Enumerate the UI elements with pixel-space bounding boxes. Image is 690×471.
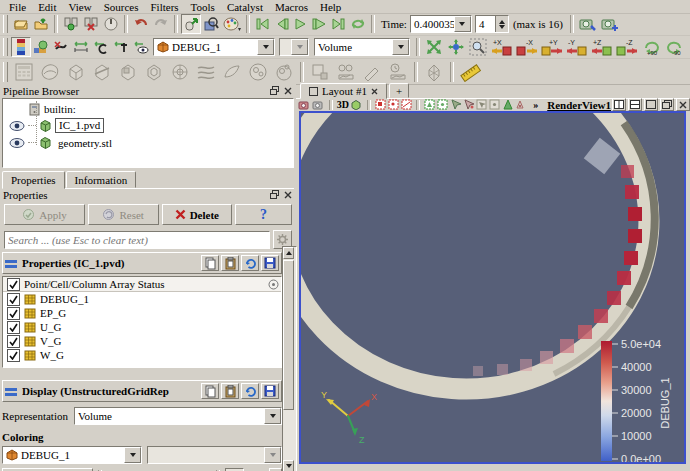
warp-filter-button[interactable] [219, 60, 245, 83]
select-polygon-cells-icon[interactable] [424, 99, 436, 110]
array-row-ug[interactable]: U_G [3, 320, 281, 334]
new-layout-tab[interactable]: + [389, 83, 409, 98]
combo-arrow-icon[interactable] [392, 39, 409, 55]
loop-button[interactable] [348, 14, 368, 34]
redo-button[interactable] [151, 14, 171, 34]
stream-tracer-filter-button[interactable] [193, 60, 219, 83]
combo-arrow-icon[interactable] [257, 39, 274, 55]
zoom-to-box-button[interactable] [467, 37, 489, 57]
clip-filter-button[interactable] [63, 60, 89, 83]
copy-properties-button[interactable] [201, 255, 219, 271]
color-component-combo[interactable] [279, 38, 309, 56]
array-status-header-row[interactable]: Point/Cell/Column Array Status [3, 277, 281, 292]
set-view-minus-z-button[interactable]: -Z [614, 37, 639, 57]
first-frame-button[interactable] [253, 14, 272, 34]
rescale-visible-button[interactable] [131, 37, 151, 57]
scroll-down-button[interactable] [283, 460, 294, 471]
delete-button[interactable]: Delete [162, 204, 233, 225]
close-dock-button[interactable] [282, 189, 293, 200]
combo-arrow-icon[interactable] [454, 16, 471, 32]
hover-points-icon[interactable] [489, 99, 501, 110]
spin-down-icon[interactable] [499, 25, 505, 29]
zoom-to-data-button[interactable] [445, 37, 467, 57]
axes-cube-icon[interactable] [350, 99, 363, 110]
rotate-minus-90-button[interactable]: -90 [663, 37, 687, 57]
visibility-eye-icon[interactable] [9, 137, 25, 149]
menu-help[interactable]: Help [315, 1, 346, 13]
array-checkbox[interactable] [7, 349, 20, 362]
rescale-data-range-button[interactable] [71, 37, 91, 57]
time-value-combo[interactable]: 0.400035 [410, 15, 472, 33]
array-row-debug1[interactable]: DEBUG_1 [3, 292, 281, 306]
grow-selection-icon[interactable] [502, 99, 514, 110]
toolbar-handle[interactable] [3, 15, 8, 33]
close-dock-button[interactable] [282, 85, 293, 96]
disconnect-server-button[interactable] [81, 14, 101, 34]
coloring-array-select[interactable]: DEBUG_1 [2, 446, 142, 464]
connect-server-button[interactable] [61, 14, 81, 34]
copy-display-button[interactable] [201, 383, 219, 399]
select-polygon-points-icon[interactable] [437, 99, 449, 110]
select-points-on-icon[interactable] [388, 99, 400, 110]
color-palette-button[interactable] [221, 14, 243, 34]
set-view-plus-z-button[interactable]: +Z [589, 37, 614, 57]
save-display-button[interactable] [261, 383, 279, 399]
extract-block-button[interactable] [307, 60, 333, 83]
calculator-filter-button[interactable] [11, 60, 37, 83]
open-file-button[interactable] [11, 14, 31, 34]
extract-group-filter-button[interactable] [271, 60, 297, 83]
array-row-vg[interactable]: V_G [3, 334, 281, 348]
color-legend-bar[interactable] [601, 341, 612, 461]
maximize-view-button[interactable] [644, 98, 658, 111]
tab-properties[interactable]: Properties [2, 171, 65, 189]
undo-button[interactable] [131, 14, 151, 34]
menu-macros[interactable]: Macros [270, 1, 313, 13]
spin-up-icon[interactable] [499, 20, 505, 24]
combo-arrow-icon[interactable] [264, 408, 281, 424]
pipeline-item-row[interactable]: geometry.stl [3, 134, 293, 151]
array-status-header-checkbox[interactable] [7, 278, 20, 291]
select-cells-on-icon[interactable] [375, 99, 387, 110]
tab-information[interactable]: Information [66, 171, 137, 188]
layout-tab[interactable]: Layout #1 [300, 83, 387, 99]
set-view-plus-x-button[interactable]: +X [489, 37, 514, 57]
help-button[interactable]: ? [235, 204, 292, 225]
pipeline-server-row[interactable]: builtin: [3, 99, 293, 117]
reload-display-button[interactable] [241, 383, 259, 399]
interactive-select-points-icon[interactable] [463, 99, 475, 110]
interactive-view-link-button[interactable] [421, 60, 447, 83]
float-dock-button[interactable] [269, 189, 280, 200]
reset-camera-button[interactable] [423, 37, 445, 57]
combo-arrow-icon[interactable] [124, 447, 141, 463]
contour-filter-button[interactable] [37, 60, 63, 83]
array-row-wg[interactable]: W_G [3, 348, 281, 362]
plot-over-line-button[interactable] [333, 60, 359, 83]
adjust-camera-button[interactable] [577, 14, 599, 34]
properties-scrollbar[interactable] [282, 246, 297, 471]
split-horizontal-button[interactable] [612, 98, 626, 111]
set-view-minus-x-button[interactable]: -X [514, 37, 539, 57]
representation-select[interactable]: Volume [74, 407, 282, 425]
coloring-component-select[interactable] [147, 446, 282, 464]
menu-edit[interactable]: Edit [33, 1, 61, 13]
set-view-minus-y-button[interactable]: -Y [564, 37, 589, 57]
display-section-header[interactable]: Display (UnstructuredGridRep [2, 380, 282, 402]
select-cells-through-icon[interactable] [401, 99, 413, 110]
menu-sources[interactable]: Sources [99, 1, 144, 13]
menu-view[interactable]: View [63, 1, 96, 13]
split-vertical-button[interactable] [628, 98, 642, 111]
paste-properties-button[interactable] [221, 255, 239, 271]
spinner-buttons[interactable] [495, 16, 508, 32]
ruler-button[interactable] [457, 60, 483, 83]
last-frame-button[interactable] [329, 14, 348, 34]
combined-toggle-icon[interactable] [268, 279, 279, 290]
save-defaults-button[interactable] [261, 255, 279, 271]
toolbar-handle[interactable] [3, 38, 8, 56]
frame-spinner[interactable]: 4 [475, 15, 509, 33]
find-data-button[interactable] [201, 14, 221, 34]
search-input[interactable] [4, 231, 270, 249]
rescale-temporal-button[interactable] [111, 37, 131, 57]
array-row-epg[interactable]: EP_G [3, 306, 281, 320]
close-view-button[interactable] [676, 98, 690, 111]
rotate-plus-90-button[interactable]: +90 [639, 37, 663, 57]
